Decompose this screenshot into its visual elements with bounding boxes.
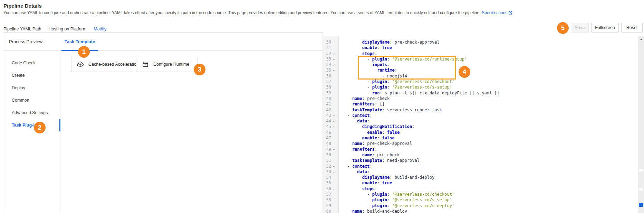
sidebar-item-create[interactable]: Create [3, 69, 60, 82]
fold-caret-icon[interactable]: ▾ [331, 169, 337, 175]
code-line[interactable]: runtime: [342, 67, 638, 73]
code-line[interactable]: enable: true [342, 180, 638, 186]
card-cache-based-acceleration[interactable]: Cache-based Acceleration [71, 57, 132, 72]
page-title: Pipeline Details [3, 3, 42, 9]
gutter-line[interactable]: 36 [323, 73, 338, 79]
gutter-line[interactable]: 53▾ [323, 169, 338, 175]
gutter-line[interactable]: 43▾ [323, 113, 338, 118]
gutter-line[interactable]: 31 [323, 45, 338, 50]
save-button[interactable]: Save [571, 23, 589, 33]
code-line[interactable]: name: pre-check [342, 96, 638, 101]
fold-caret-icon[interactable]: ▾ [331, 164, 337, 169]
gutter-line[interactable]: 52▾ [323, 164, 338, 169]
code-line[interactable]: - plugin: '@serverless-cd/s-setup' [342, 197, 638, 203]
caret-up-icon[interactable]: ▲ [638, 38, 644, 41]
editor-scrollbar[interactable]: ▲ [638, 36, 644, 213]
gutter-line[interactable]: 60 [323, 209, 338, 213]
gutter-line[interactable]: 45▾ [323, 124, 338, 129]
sidebar-item-task-plug-in[interactable]: Task Plug-in [3, 119, 60, 131]
tab-process-preview[interactable]: Process Preview [9, 33, 42, 51]
fold-caret-icon[interactable]: ▾ [331, 68, 337, 73]
code-line[interactable]: - plugin: '@serverless-cd/checkout' [342, 79, 638, 84]
specifications-link[interactable]: Specifications [482, 10, 512, 15]
code-line[interactable]: - plugin: '@serverless-cd/checkout' [342, 192, 638, 197]
code-line[interactable]: enable: true [342, 45, 638, 50]
gutter-line[interactable]: 38 [323, 84, 338, 90]
gutter-line[interactable]: 49▾ [323, 147, 338, 152]
gutter-line[interactable]: 33▾ [323, 56, 338, 62]
pipeline-yaml-path-label: Pipeline YAML Path [3, 27, 41, 31]
gutter-line[interactable]: 32▾ [323, 51, 338, 56]
code-line[interactable]: - context: [342, 113, 638, 118]
code-line[interactable]: displayName: build-and-deploy [342, 175, 638, 180]
gutter-line[interactable]: 51 [323, 158, 338, 163]
code-line[interactable]: - nodejs14 [342, 73, 638, 79]
gutter-line[interactable]: 35▾ [323, 67, 338, 73]
sidebar-item-deploy[interactable]: Deploy [3, 82, 60, 94]
gutter-line[interactable]: 41 [323, 101, 338, 107]
fold-caret-icon[interactable]: ▾ [331, 124, 337, 130]
fullscreen-button[interactable]: Fullscreen [591, 23, 619, 33]
fold-caret-icon[interactable]: ▾ [331, 113, 337, 119]
yaml-editor[interactable]: 303132▾33▾34▾35▾3637383940414243▾44▾45▾4… [323, 36, 638, 213]
fold-caret-icon[interactable]: ▾ [331, 57, 337, 62]
scrollbar-mark [639, 169, 643, 172]
fold-caret-icon[interactable]: ▾ [331, 147, 337, 152]
gutter-line[interactable]: 47 [323, 135, 338, 141]
gutter-line[interactable]: 39 [323, 90, 338, 96]
modify-link[interactable]: Modify [94, 27, 106, 31]
gutter-line[interactable]: 40 [323, 96, 338, 101]
code-line[interactable]: runAfters: [] [342, 101, 638, 107]
editor-gutter[interactable]: 303132▾33▾34▾35▾3637383940414243▾44▾45▾4… [323, 36, 339, 213]
gutter-line[interactable]: 42 [323, 107, 338, 113]
gutter-line[interactable]: 50 [323, 152, 338, 158]
code-line[interactable]: - plugin: '@serverless-cd/s-deploy' [342, 203, 638, 209]
code-line[interactable]: - plugin: '@serverless-cd/s-setup' [342, 84, 638, 90]
gutter-line[interactable]: 30 [323, 39, 338, 45]
code-line[interactable]: runAfters: [342, 147, 638, 152]
sidebar-item-code-check[interactable]: Code Check [3, 57, 60, 69]
gutter-line[interactable]: 56▾ [323, 186, 338, 192]
action-buttons: Save Fullscreen Reset [571, 23, 643, 33]
code-line[interactable]: taskTemplate: serverless-runner-task [342, 107, 638, 113]
code-line[interactable]: inputs: [342, 62, 638, 67]
card-label: Cache-based Acceleration [88, 62, 139, 67]
gutter-line[interactable]: 46 [323, 130, 338, 135]
code-line[interactable]: - plugin: '@serverless-cd/runtime-setup' [342, 56, 638, 62]
scrollbar-mark [639, 188, 643, 191]
code-line[interactable]: steps: [342, 186, 638, 192]
sidebar-item-common[interactable]: Common [3, 94, 60, 106]
code-line[interactable]: - context: [342, 164, 638, 169]
code-line[interactable]: - run: s plan -t ${{ ctx.data.deployFile… [342, 90, 638, 96]
card-configure-runtime[interactable]: Configure Runtime [136, 57, 198, 72]
code-line[interactable]: dingdingNotification: [342, 124, 638, 129]
card-label: Configure Runtime [153, 62, 189, 67]
code-line[interactable]: name: build-and-deploy [342, 209, 638, 213]
gutter-line[interactable]: 34▾ [323, 62, 338, 67]
gutter-line[interactable]: 48 [323, 141, 338, 146]
fold-caret-icon[interactable]: ▾ [331, 186, 337, 192]
code-line[interactable]: name: pre-check-approval [342, 141, 638, 146]
fold-caret-icon[interactable]: ▾ [331, 119, 337, 124]
editor-code[interactable]: displayName: pre-check-approval enable: … [339, 36, 638, 213]
code-line[interactable]: - name: pre-check [342, 152, 638, 158]
gutter-line[interactable]: 55 [323, 180, 338, 186]
code-line[interactable]: enable: false [342, 135, 638, 141]
code-line[interactable]: steps: [342, 51, 638, 56]
fold-caret-icon[interactable]: ▾ [331, 62, 337, 68]
gutter-line[interactable]: 44▾ [323, 118, 338, 124]
gutter-line[interactable]: 54 [323, 175, 338, 180]
fold-caret-icon[interactable]: ▾ [331, 51, 337, 57]
gutter-line[interactable]: 59 [323, 203, 338, 209]
gutter-line[interactable]: 37 [323, 79, 338, 84]
code-line[interactable]: data: [342, 118, 638, 124]
code-line[interactable]: data: [342, 169, 638, 175]
sidebar-item-advanced-settings[interactable]: Advanced Settings [3, 106, 60, 119]
gutter-line[interactable]: 58 [323, 197, 338, 203]
annotation-badge-2: 2 [34, 122, 46, 133]
code-line[interactable]: taskTemplate: need-approval [342, 158, 638, 163]
gutter-line[interactable]: 57 [323, 192, 338, 197]
code-line[interactable]: enable: false [342, 130, 638, 135]
reset-button[interactable]: Reset [621, 23, 643, 33]
code-line[interactable]: displayName: pre-check-approval [342, 39, 638, 45]
